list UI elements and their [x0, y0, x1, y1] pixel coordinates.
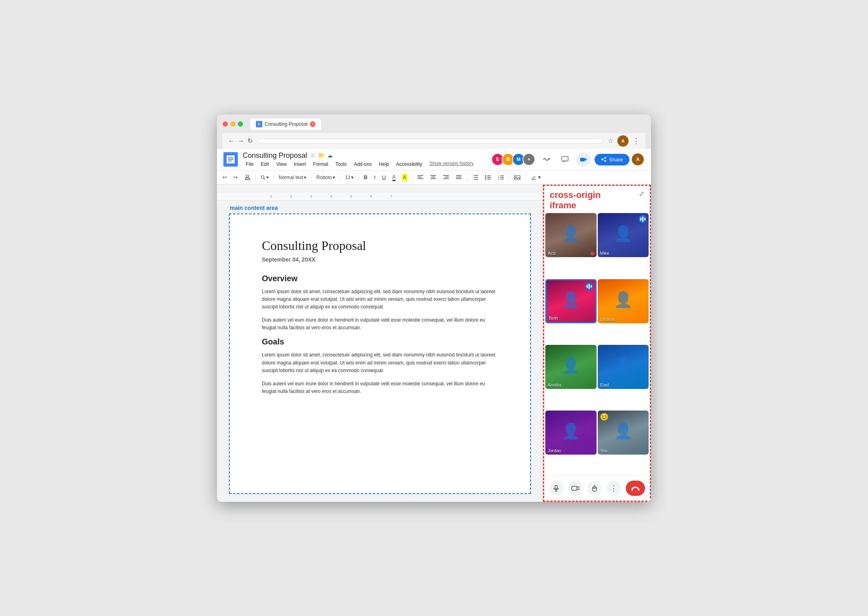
italic-button[interactable]: I: [372, 173, 378, 182]
address-bar[interactable]: [257, 139, 603, 143]
mic-control-button[interactable]: [549, 481, 563, 496]
menu-file[interactable]: File: [243, 161, 257, 168]
underline-button[interactable]: U: [380, 173, 388, 182]
nav-buttons: ← → ↻: [228, 137, 253, 145]
text-color-button[interactable]: A: [390, 172, 398, 183]
font-size-dropdown[interactable]: 11 ▾: [343, 173, 356, 181]
line-spacing-button[interactable]: [470, 173, 481, 182]
app-header: Consulting Proposal ☆ 📁 ☁ File Edit View…: [217, 149, 651, 171]
zoom-dropdown[interactable]: ▾: [258, 173, 271, 181]
header-right: E B M +: [491, 152, 645, 167]
goals-heading: Goals: [262, 337, 498, 346]
end-call-button[interactable]: [626, 481, 645, 496]
participant-name-aziz: Aziz: [548, 251, 556, 256]
align-left-button[interactable]: [415, 173, 426, 182]
title-icons: ☆ 📁 ☁: [310, 152, 333, 159]
participant-name-elad: Elad: [600, 382, 609, 387]
speaking-indicator-mike: [639, 215, 647, 223]
meet-button[interactable]: [576, 152, 591, 167]
address-bar-icons: ☆ A ⋮: [608, 135, 640, 147]
more-options-button[interactable]: ⋮: [607, 481, 621, 496]
svg-rect-7: [228, 159, 233, 160]
iframe-title-line2: iframe: [550, 200, 601, 211]
user-avatar[interactable]: A: [617, 135, 629, 147]
folder-icon[interactable]: 📁: [318, 152, 325, 159]
iframe-panel: cross-origin iframe ⤢ 👤 Aziz 👤 Mik: [543, 185, 651, 502]
show-version-link[interactable]: Show version history: [430, 161, 474, 168]
zoom-value: ▾: [266, 175, 269, 180]
browser-tab-consulting[interactable]: Consulting Proposal ×: [250, 119, 321, 130]
bullet-list-button[interactable]: [482, 173, 494, 182]
browser-window: Consulting Proposal × ← → ↻ ☆ A ⋮: [217, 115, 651, 502]
share-label: Share: [609, 157, 623, 163]
highlight-button[interactable]: A: [400, 172, 410, 182]
activity-button[interactable]: [539, 152, 554, 167]
raise-hand-button[interactable]: [587, 481, 602, 496]
edit-mode-button[interactable]: ▾: [528, 173, 543, 182]
print-button[interactable]: [242, 173, 253, 182]
menu-help[interactable]: Help: [376, 161, 392, 168]
menu-accessibility[interactable]: Accessibility: [393, 161, 425, 168]
video-cell-lindsay: 👤 Lindsay: [598, 279, 649, 323]
align-center-button[interactable]: [428, 173, 439, 182]
menu-addons[interactable]: Add-ons: [351, 161, 375, 168]
maximize-traffic-light[interactable]: [238, 121, 243, 127]
menu-insert[interactable]: Insert: [291, 161, 309, 168]
toolbar-sep-2: [273, 173, 274, 181]
chrome-menu-icon[interactable]: ⋮: [633, 137, 640, 145]
menu-tools[interactable]: Tools: [332, 161, 350, 168]
main-content-area-label: main content area: [229, 205, 531, 211]
bookmark-icon[interactable]: ☆: [608, 137, 613, 145]
doc-page[interactable]: Consulting Proposal September 04, 20XX O…: [229, 213, 531, 494]
star-icon[interactable]: ☆: [310, 152, 315, 159]
share-button[interactable]: Share: [595, 154, 629, 165]
svg-rect-3: [258, 125, 259, 125]
svg-point-11: [601, 159, 603, 160]
close-traffic-light[interactable]: [223, 121, 228, 127]
overview-paragraph-2: Duis autem vel eum iriure dolor in hendr…: [262, 316, 498, 332]
menu-view[interactable]: View: [273, 161, 290, 168]
svg-rect-17: [246, 175, 249, 177]
participant-name-annika: Annika: [548, 382, 561, 387]
video-cell-annika: 👤 Annika: [545, 345, 597, 389]
minimize-traffic-light[interactable]: [230, 121, 235, 127]
forward-button[interactable]: →: [238, 137, 244, 145]
justify-button[interactable]: [453, 173, 464, 182]
toolbar-sep-6: [412, 173, 412, 181]
emoji-badge-you: 😊: [600, 413, 609, 421]
toolbar-sep-3: [311, 173, 311, 181]
undo-button[interactable]: ↩: [220, 173, 229, 182]
font-dropdown[interactable]: Roboto ▾: [314, 173, 338, 181]
refresh-button[interactable]: ↻: [247, 137, 253, 145]
toolbar-sep-4: [340, 173, 340, 181]
cloud-icon[interactable]: ☁: [327, 152, 333, 159]
user-profile-avatar[interactable]: A: [631, 153, 645, 166]
numbered-list-button[interactable]: 1. 2. 3.: [495, 173, 506, 182]
camera-control-button[interactable]: [568, 481, 583, 496]
goals-paragraph-2: Duis autem vel eum iriure dolor in hendr…: [262, 380, 498, 395]
collaborator-avatars: E B M +: [491, 153, 535, 166]
back-button[interactable]: ←: [228, 137, 235, 145]
menu-format[interactable]: Format: [310, 161, 332, 168]
bold-button[interactable]: B: [361, 173, 370, 182]
docs-tab-icon: [256, 121, 262, 127]
redo-button[interactable]: ↪: [231, 173, 240, 182]
comments-button[interactable]: [558, 152, 572, 167]
svg-point-19: [261, 175, 264, 178]
iframe-title-line1: cross-origin: [550, 190, 601, 200]
doc-title-heading: Consulting Proposal: [262, 238, 498, 253]
tab-close-button[interactable]: ×: [310, 121, 315, 127]
insert-image-button[interactable]: [512, 173, 523, 182]
svg-rect-6: [228, 157, 233, 158]
format-style-label: Normal text: [279, 175, 303, 180]
align-right-button[interactable]: [440, 173, 452, 182]
format-style-dropdown[interactable]: Normal text ▾: [276, 173, 309, 181]
iframe-expand-icon[interactable]: ⤢: [639, 190, 644, 197]
doc-title[interactable]: Consulting Proposal: [243, 151, 307, 160]
doc-content-wrapper: main content area Consulting Proposal Se…: [217, 205, 543, 494]
participant-name-beth: Beth: [549, 316, 558, 320]
toolbar-sep-9: [525, 173, 526, 181]
font-label: Roboto: [316, 175, 332, 180]
font-chevron: ▾: [333, 175, 335, 180]
menu-edit[interactable]: Edit: [257, 161, 272, 168]
